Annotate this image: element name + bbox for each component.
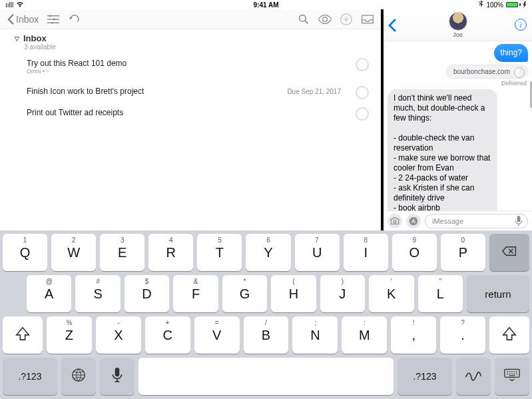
key-x[interactable]: -X — [96, 316, 141, 354]
key-alt: # — [96, 278, 100, 285]
eye-icon[interactable] — [318, 13, 332, 26]
key-backspace[interactable] — [489, 234, 529, 271]
view-options-icon[interactable] — [47, 13, 60, 26]
key-c[interactable]: +C — [145, 316, 190, 354]
key-q[interactable]: 1Q — [3, 234, 47, 271]
key-main: I — [364, 245, 368, 260]
key-s[interactable]: #S — [75, 275, 120, 312]
svg-point-2 — [51, 21, 53, 23]
appstore-icon[interactable] — [406, 214, 421, 228]
key-alt: ( — [292, 278, 294, 285]
key-n[interactable]: ;N — [292, 316, 338, 354]
task-checkbox[interactable] — [356, 86, 369, 99]
link-host: bourbonchase.com — [453, 68, 510, 75]
key-l[interactable]: "L — [418, 275, 463, 312]
svg-rect-7 — [517, 216, 521, 222]
keyboard: 1Q2W3E4R5T6Y7U8I9O0P @A#S$D&F*G(H)J'K"Lr… — [0, 230, 532, 399]
key-alt: : — [364, 319, 366, 326]
key-return[interactable]: return — [467, 275, 529, 312]
key-main: W — [67, 245, 80, 260]
key-dictation[interactable] — [100, 358, 134, 395]
key-shift-right[interactable] — [489, 316, 529, 354]
key-m[interactable]: :M — [342, 316, 387, 354]
omnifocus-pane: Inbox — [0, 9, 381, 230]
key-z[interactable]: %Z — [47, 316, 92, 354]
key-main: P — [459, 245, 467, 260]
key-r[interactable]: 4R — [148, 234, 193, 271]
key-y[interactable]: 6Y — [246, 234, 290, 271]
key-i[interactable]: 8I — [344, 234, 388, 271]
key-handwriting[interactable] — [456, 358, 491, 395]
key-,[interactable]: !, — [391, 316, 436, 354]
key-alt: - — [117, 319, 119, 326]
link-preview[interactable]: bourbonchase.com — [446, 65, 528, 79]
contact-name: Joe — [453, 31, 463, 38]
key-alt: 7 — [315, 236, 319, 244]
key-j[interactable]: )J — [320, 275, 365, 312]
key-space[interactable] — [138, 358, 394, 395]
camera-icon[interactable] — [388, 214, 402, 228]
key-alt: * — [244, 278, 246, 285]
incoming-message[interactable]: I don't think we'll need much, but doubl… — [388, 89, 497, 210]
messages-back-button[interactable] — [388, 19, 397, 35]
key-symbols[interactable]: .?123 — [3, 358, 57, 395]
key-w[interactable]: 2W — [51, 234, 96, 271]
key-t[interactable]: 5T — [197, 234, 242, 271]
message-input[interactable]: iMessage — [425, 214, 528, 228]
add-icon[interactable] — [340, 13, 353, 26]
key-f[interactable]: &F — [173, 275, 218, 312]
task-checkbox[interactable] — [356, 58, 369, 71]
key-k[interactable]: 'K — [369, 275, 413, 312]
message-placeholder: iMessage — [432, 217, 463, 225]
undo-icon[interactable] — [68, 13, 81, 26]
task-row[interactable]: Finish Icon work to Brett's project Due … — [0, 84, 381, 100]
task-sub: Omni • ▫ — [27, 68, 373, 75]
key-u[interactable]: 7U — [295, 234, 340, 271]
key-main: B — [262, 328, 270, 343]
key-globe[interactable] — [61, 358, 96, 395]
key-main: S — [93, 286, 102, 302]
key-alt: 6 — [266, 236, 270, 244]
key-d[interactable]: $D — [125, 275, 169, 312]
key-alt: 5 — [218, 236, 222, 244]
inbox-tray-icon[interactable] — [361, 13, 374, 26]
key-o[interactable]: 9O — [392, 234, 437, 271]
key-.[interactable]: ?. — [440, 316, 485, 354]
task-row[interactable]: Print out Twitter ad receipts — [0, 105, 381, 121]
wifi-icon — [16, 1, 24, 9]
key-main: H — [289, 286, 298, 302]
key-hide-keyboard[interactable] — [495, 358, 529, 395]
mic-icon — [111, 368, 123, 386]
key-p[interactable]: 0P — [441, 234, 485, 271]
key-e[interactable]: 3E — [100, 234, 144, 271]
avatar — [449, 12, 467, 31]
key-main: K — [387, 286, 396, 302]
key-g[interactable]: *G — [222, 275, 267, 312]
contact[interactable]: Joe — [449, 12, 467, 38]
key-h[interactable]: (H — [271, 275, 316, 312]
key-b[interactable]: /B — [244, 316, 289, 354]
key-a[interactable]: @A — [27, 275, 71, 312]
message-thread[interactable]: thing? bourbonchase.com Delivered I don'… — [384, 41, 532, 210]
task-row[interactable]: Try out this React 101 demo Omni • ▫ — [0, 56, 381, 79]
info-icon[interactable]: i — [515, 19, 527, 31]
key-main: V — [212, 328, 221, 343]
disclosure-icon[interactable]: ▽ — [15, 35, 19, 42]
key-alt: ! — [413, 319, 415, 326]
task-list: Try out this React 101 demo Omni • ▫ Fin… — [0, 52, 381, 121]
search-icon[interactable] — [297, 13, 310, 26]
key-main: X — [114, 328, 123, 343]
inbox-header: ▽ Inbox 3 available — [0, 29, 381, 52]
outgoing-message[interactable]: thing? — [494, 44, 528, 62]
key-v[interactable]: =V — [194, 316, 240, 354]
key-symbols-right[interactable]: .?123 — [398, 358, 452, 395]
bluetooth-icon — [478, 1, 483, 9]
key-alt: ' — [391, 278, 392, 285]
svg-point-5 — [394, 220, 396, 222]
key-shift-left[interactable] — [3, 316, 43, 354]
task-checkbox[interactable] — [356, 107, 369, 121]
dictation-icon[interactable] — [514, 216, 525, 226]
back-button[interactable]: Inbox — [7, 14, 39, 25]
key-alt: 2 — [72, 236, 76, 244]
key-alt: ? — [461, 319, 465, 326]
